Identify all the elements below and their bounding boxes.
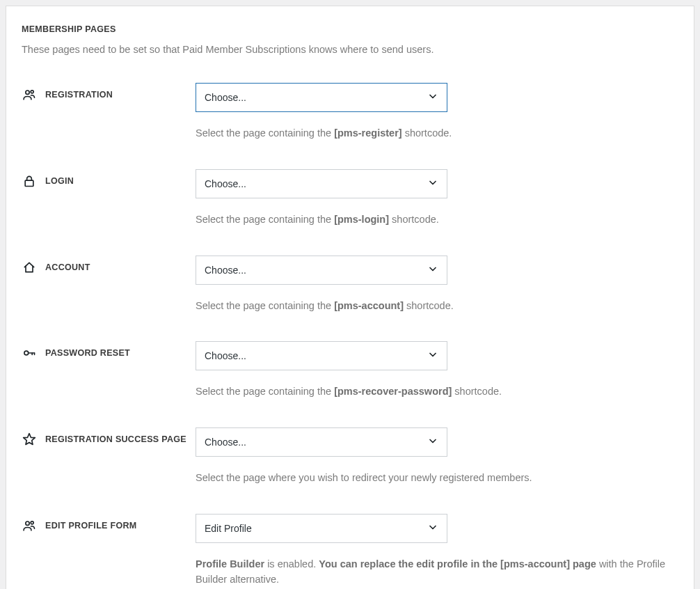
chevron-down-icon: [427, 263, 438, 276]
field-label: EDIT PROFILE FORM: [45, 521, 137, 531]
field-label: PASSWORD RESET: [45, 348, 130, 358]
field-helper: Select the page containing the [pms-regi…: [196, 126, 678, 141]
field-control: Choose... Select the page containing the…: [196, 341, 678, 400]
field-edit-profile: EDIT PROFILE FORM Edit Profile Profile B…: [22, 514, 678, 588]
chevron-down-icon: [427, 436, 438, 449]
registration-select[interactable]: Choose...: [196, 83, 447, 112]
panel-description: These pages need to be set so that Paid …: [22, 44, 678, 55]
select-value: Choose...: [205, 437, 246, 448]
svg-point-0: [26, 91, 29, 94]
svg-point-5: [26, 521, 29, 525]
select-value: Choose...: [205, 265, 246, 276]
field-label: REGISTRATION: [45, 90, 113, 100]
field-registration: REGISTRATION Choose... Select the page c…: [22, 83, 678, 141]
field-control: Choose... Select the page containing the…: [196, 256, 678, 314]
field-label-col: EDIT PROFILE FORM: [22, 514, 196, 533]
star-icon: [22, 432, 37, 447]
select-value: Choose...: [205, 178, 246, 189]
lock-icon: [22, 173, 37, 189]
key-icon: [22, 345, 37, 361]
svg-point-6: [31, 521, 33, 524]
login-select[interactable]: Choose...: [196, 169, 447, 198]
field-label: ACCOUNT: [45, 262, 90, 272]
panel-title: MEMBERSHIP PAGES: [22, 24, 678, 34]
select-value: Choose...: [205, 350, 246, 361]
field-label: REGISTRATION SUCCESS PAGE: [45, 434, 186, 444]
field-password-reset: PASSWORD RESET Choose... Select the page…: [22, 341, 678, 400]
svg-rect-2: [25, 180, 33, 186]
chevron-down-icon: [427, 350, 438, 363]
field-label-col: REGISTRATION: [22, 83, 196, 102]
field-login: LOGIN Choose... Select the page containi…: [22, 169, 678, 228]
field-label: LOGIN: [45, 176, 74, 186]
field-account: ACCOUNT Choose... Select the page contai…: [22, 256, 678, 314]
select-value: Edit Profile: [205, 523, 252, 534]
field-control: Edit Profile Profile Builder is enabled.…: [196, 514, 678, 588]
field-control: Choose... Select the page containing the…: [196, 169, 678, 228]
field-helper: Select the page where you wish to redire…: [196, 471, 678, 486]
chevron-down-icon: [427, 91, 438, 104]
field-helper: Select the page containing the [pms-reco…: [196, 384, 678, 400]
users-icon: [22, 518, 37, 533]
field-helper: Select the page containing the [pms-acco…: [196, 299, 678, 314]
field-helper: Select the page containing the [pms-logi…: [196, 212, 678, 228]
svg-point-1: [31, 91, 33, 93]
field-label-col: REGISTRATION SUCCESS PAGE: [22, 427, 196, 447]
field-label-col: PASSWORD RESET: [22, 341, 196, 361]
select-value: Choose...: [205, 92, 246, 103]
chevron-down-icon: [427, 521, 438, 535]
field-label-col: ACCOUNT: [22, 256, 196, 275]
svg-point-3: [24, 351, 29, 355]
field-registration-success: REGISTRATION SUCCESS PAGE Choose... Sele…: [22, 427, 678, 486]
users-icon: [22, 87, 37, 102]
chevron-down-icon: [427, 177, 438, 190]
svg-marker-4: [24, 434, 35, 445]
password-reset-select[interactable]: Choose...: [196, 341, 447, 370]
field-control: Choose... Select the page containing the…: [196, 83, 678, 141]
field-helper: Profile Builder is enabled. You can repl…: [196, 557, 678, 588]
registration-success-select[interactable]: Choose...: [196, 427, 447, 457]
account-select[interactable]: Choose...: [196, 256, 447, 285]
membership-pages-panel: MEMBERSHIP PAGES These pages need to be …: [6, 6, 694, 589]
field-label-col: LOGIN: [22, 169, 196, 189]
home-icon: [22, 260, 37, 275]
edit-profile-select[interactable]: Edit Profile: [196, 514, 447, 543]
field-control: Choose... Select the page where you wish…: [196, 427, 678, 486]
